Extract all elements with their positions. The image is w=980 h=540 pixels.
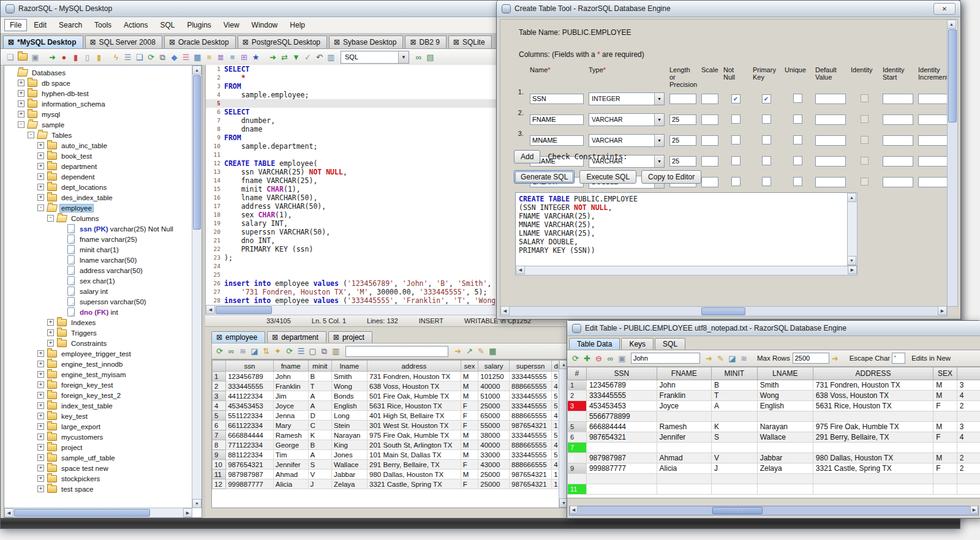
edit-cell[interactable]: 987654321: [586, 432, 657, 443]
length-precision-input[interactable]: [669, 94, 696, 104]
results-cell[interactable]: Tim: [273, 450, 308, 460]
results-cell[interactable]: 333445555: [510, 391, 552, 401]
tab-close-icon[interactable]: ⊠: [334, 39, 340, 46]
tree-item[interactable]: +book_test: [4, 151, 192, 161]
primary-key-checkbox[interactable]: [762, 177, 771, 186]
expand-icon[interactable]: +: [47, 340, 54, 347]
identity-start-input[interactable]: [883, 177, 913, 187]
edit-cell[interactable]: J: [711, 463, 757, 474]
results-cell[interactable]: Bonds: [331, 391, 367, 401]
scale-input[interactable]: [701, 114, 718, 125]
find-icon[interactable]: ∞: [226, 346, 236, 356]
results-cell[interactable]: Ramesh: [273, 430, 308, 440]
tree-item[interactable]: +sample_utf_table: [4, 452, 192, 463]
tree-item[interactable]: +foreign_key_test_2: [4, 390, 192, 400]
validate-icon[interactable]: ✓: [303, 52, 313, 62]
default-value-input[interactable]: [815, 177, 846, 187]
favorites-icon[interactable]: ★: [251, 52, 261, 62]
edit-cell[interactable]: 3: [957, 380, 980, 391]
menu-view[interactable]: View: [218, 19, 245, 31]
results-cell[interactable]: M: [461, 430, 478, 440]
collapse-icon[interactable]: -: [37, 204, 44, 211]
copy-table-icon[interactable]: ⧉: [157, 52, 168, 62]
tree-horizontal-scrollbar[interactable]: ◀ ▶: [4, 508, 192, 517]
results-cell[interactable]: F: [461, 460, 478, 470]
expand-icon[interactable]: +: [37, 163, 44, 170]
identity-checkbox[interactable]: [861, 136, 869, 144]
edit-tab-table-data[interactable]: Table Data: [569, 338, 620, 350]
tree-item[interactable]: +dept_locations: [4, 182, 192, 192]
expand-icon[interactable]: +: [37, 454, 44, 461]
edit-column-header[interactable]: SEX: [933, 367, 957, 380]
results-column-header[interactable]: address: [368, 361, 461, 372]
expand-icon[interactable]: +: [37, 371, 44, 378]
edit-row-number[interactable]: 5: [568, 422, 587, 432]
tree-item[interactable]: +db space: [4, 78, 192, 88]
edit-table-titlebar[interactable]: Edit Table - PUBLIC.EMPLOYEE utf8_notepa…: [567, 321, 980, 336]
edit-cell[interactable]: B: [711, 380, 757, 391]
tree-item[interactable]: +project: [4, 442, 192, 452]
close-button[interactable]: ✕: [933, 3, 956, 15]
results-cell[interactable]: A: [308, 401, 331, 411]
edit-row-number[interactable]: 4: [568, 411, 587, 422]
escape-char-input[interactable]: [892, 353, 905, 364]
results-cell[interactable]: Jim: [273, 391, 308, 401]
results-column-header[interactable]: salary: [478, 361, 510, 372]
execute-all-icon[interactable]: ⇄: [279, 52, 290, 62]
expand-icon[interactable]: +: [37, 465, 44, 471]
add-column-button[interactable]: Add: [514, 150, 540, 163]
results-cell[interactable]: 333445555: [510, 430, 552, 440]
unique-checkbox[interactable]: [793, 94, 802, 103]
not-null-checkbox-checked[interactable]: ✔: [731, 94, 741, 103]
menu-edit[interactable]: Edit: [28, 19, 52, 31]
expand-icon[interactable]: +: [37, 486, 44, 492]
edit-cell[interactable]: Jennifer: [657, 432, 711, 443]
go-arrow-icon[interactable]: ➜: [704, 353, 714, 364]
tree-item[interactable]: +salary int: [4, 286, 192, 296]
edit-cell[interactable]: M: [933, 391, 957, 401]
column-type-select[interactable]: VARCHAR▼: [589, 134, 665, 147]
edit-cell[interactable]: [657, 443, 711, 453]
results-cell[interactable]: 40000: [478, 440, 510, 450]
edit-cell[interactable]: [711, 474, 757, 484]
tab-close-icon[interactable]: ⊠: [243, 39, 249, 46]
unique-checkbox[interactable]: [793, 156, 802, 165]
tree-item[interactable]: +information_schema: [4, 99, 192, 109]
edit-cell[interactable]: [957, 443, 980, 453]
edit-row-number[interactable]: 9: [568, 463, 587, 474]
connection-tab-postgresql-desktop[interactable]: ⊠PostgreSQL Desktop: [238, 36, 327, 48]
results-cell[interactable]: 101 Main St, Dallas TX: [368, 450, 461, 460]
results-cell[interactable]: Alicia: [273, 479, 308, 489]
expand-icon[interactable]: +: [37, 381, 44, 388]
default-value-input[interactable]: [815, 135, 846, 146]
execute-fetch-icon[interactable]: ▼: [291, 52, 301, 62]
edit-cell[interactable]: [586, 443, 657, 453]
edit-cell[interactable]: Joyce: [657, 401, 711, 411]
results-cell[interactable]: V: [308, 470, 331, 479]
edit-column-header[interactable]: SSN: [586, 367, 657, 380]
scroll-up-button[interactable]: ▲: [192, 66, 202, 75]
results-cell[interactable]: A: [308, 450, 331, 460]
results-cell[interactable]: D: [308, 411, 331, 421]
expand-icon[interactable]: +: [37, 173, 44, 180]
results-tab-department[interactable]: ⊠department: [267, 331, 326, 343]
tab-close-icon[interactable]: ⊠: [410, 39, 416, 46]
highlight-icon[interactable]: ✎: [715, 353, 726, 364]
export-icon[interactable]: ↗: [464, 346, 475, 356]
edit-cell[interactable]: Smith: [757, 380, 813, 391]
expand-icon[interactable]: +: [37, 392, 44, 399]
column-type-select[interactable]: INTEGER▼: [589, 92, 665, 105]
edit-cell[interactable]: [957, 411, 980, 422]
results-cell[interactable]: Smith: [331, 372, 367, 381]
column-type-select[interactable]: VARCHAR▼: [589, 113, 665, 126]
results-column-header[interactable]: ssn: [226, 361, 274, 372]
expand-icon[interactable]: +: [37, 423, 44, 430]
tree-vscroll-thumb[interactable]: [193, 75, 201, 230]
execute-icon[interactable]: ➜: [268, 52, 278, 62]
edit-cell[interactable]: A: [711, 401, 757, 411]
tree-item[interactable]: +minit char(1): [4, 244, 192, 255]
column-name-input[interactable]: [530, 114, 584, 125]
results-cell[interactable]: J: [308, 479, 331, 489]
find-icon[interactable]: ∞: [605, 353, 616, 364]
expand-icon[interactable]: +: [37, 433, 44, 440]
